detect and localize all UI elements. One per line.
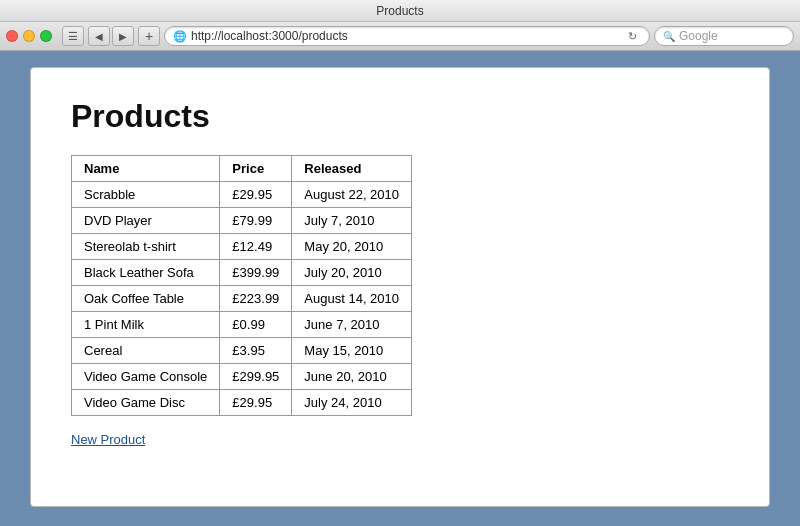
url-icon: 🌐 [173,30,187,43]
table-row: Oak Coffee Table£223.99August 14, 2010 [72,286,412,312]
cell-name: DVD Player [72,208,220,234]
cell-name: Video Game Disc [72,390,220,416]
products-table: Name Price Released Scrabble£29.95August… [71,155,412,416]
cell-released: June 20, 2010 [292,364,412,390]
cell-released: August 22, 2010 [292,182,412,208]
toolbar: ☰ ◀ ▶ + 🌐 http://localhost:3000/products… [0,22,800,50]
minimize-button[interactable] [23,30,35,42]
browser-chrome: Products ☰ ◀ ▶ + 🌐 http://localhost:3000… [0,0,800,51]
title-bar: Products [0,0,800,22]
search-placeholder: Google [679,29,718,43]
search-icon: 🔍 [663,31,675,42]
add-tab-button[interactable]: + [138,26,160,46]
col-price: Price [220,156,292,182]
table-row: Cereal£3.95May 15, 2010 [72,338,412,364]
col-name: Name [72,156,220,182]
back-button[interactable]: ◀ [88,26,110,46]
cell-released: August 14, 2010 [292,286,412,312]
plus-icon: + [145,28,153,44]
table-row: Scrabble£29.95August 22, 2010 [72,182,412,208]
cell-name: Scrabble [72,182,220,208]
maximize-button[interactable] [40,30,52,42]
search-bar[interactable]: 🔍 Google [654,26,794,46]
reload-button[interactable]: ↻ [628,30,637,43]
table-row: DVD Player£79.99July 7, 2010 [72,208,412,234]
cell-name: Oak Coffee Table [72,286,220,312]
cell-price: £12.49 [220,234,292,260]
cell-price: £299.95 [220,364,292,390]
table-row: Stereolab t-shirt£12.49May 20, 2010 [72,234,412,260]
cell-released: May 15, 2010 [292,338,412,364]
header-row: Name Price Released [72,156,412,182]
browser-title: Products [376,4,423,18]
table-row: 1 Pint Milk£0.99June 7, 2010 [72,312,412,338]
cell-price: £29.95 [220,182,292,208]
cell-released: May 20, 2010 [292,234,412,260]
table-body: Scrabble£29.95August 22, 2010DVD Player£… [72,182,412,416]
address-bar[interactable]: 🌐 http://localhost:3000/products ↻ [164,26,650,46]
table-header: Name Price Released [72,156,412,182]
back-icon: ◀ [95,31,103,42]
nav-buttons: ◀ ▶ [88,26,134,46]
cell-name: Cereal [72,338,220,364]
cell-price: £399.99 [220,260,292,286]
cell-name: Stereolab t-shirt [72,234,220,260]
col-released: Released [292,156,412,182]
table-row: Video Game Disc£29.95July 24, 2010 [72,390,412,416]
new-product-link[interactable]: New Product [71,432,145,447]
cell-released: July 24, 2010 [292,390,412,416]
cell-price: £0.99 [220,312,292,338]
forward-icon: ▶ [119,31,127,42]
cell-released: June 7, 2010 [292,312,412,338]
traffic-lights [6,30,52,42]
close-button[interactable] [6,30,18,42]
table-row: Video Game Console£299.95June 20, 2010 [72,364,412,390]
cell-released: July 20, 2010 [292,260,412,286]
cell-price: £79.99 [220,208,292,234]
sidebar-icon: ☰ [68,30,78,43]
cell-name: 1 Pint Milk [72,312,220,338]
table-row: Black Leather Sofa£399.99July 20, 2010 [72,260,412,286]
url-text: http://localhost:3000/products [191,29,624,43]
page-title: Products [71,98,729,135]
cell-name: Video Game Console [72,364,220,390]
cell-price: £3.95 [220,338,292,364]
forward-button[interactable]: ▶ [112,26,134,46]
cell-name: Black Leather Sofa [72,260,220,286]
sidebar-button[interactable]: ☰ [62,26,84,46]
page-content: Products Name Price Released Scrabble£29… [30,67,770,507]
cell-price: £223.99 [220,286,292,312]
cell-released: July 7, 2010 [292,208,412,234]
cell-price: £29.95 [220,390,292,416]
